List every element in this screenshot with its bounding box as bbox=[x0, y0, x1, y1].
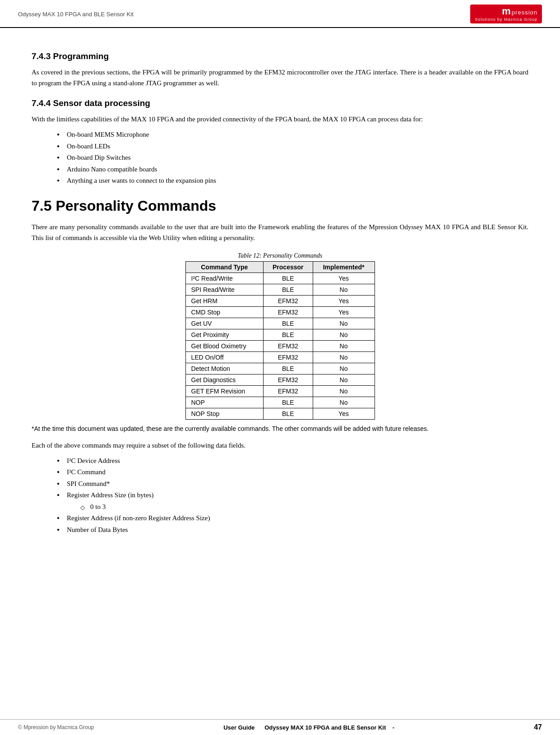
footer-center: User Guide Odyssey MAX 10 FPGA and BLE S… bbox=[94, 724, 524, 731]
heading-7-4-4: 7.4.4 Sensor data processing bbox=[32, 98, 528, 108]
field-item: Number of Data Bytes bbox=[59, 524, 528, 536]
field-item: Register Address (if non-zero Register A… bbox=[59, 513, 528, 524]
table-row: Get HRMEFM32Yes bbox=[185, 295, 375, 306]
page-header: Odyssey MAX 10 FPGA and BLE Sensor Kit m… bbox=[0, 0, 560, 28]
list-item: On-board MEMS Microphone bbox=[59, 129, 528, 141]
table-cell: NOP bbox=[185, 397, 263, 408]
sub-field-item: 0 to 3 bbox=[80, 501, 528, 513]
table-cell: I²C Read/Write bbox=[185, 273, 263, 284]
col-header-implemented: Implemented* bbox=[313, 261, 375, 273]
table-cell: Get Diagnostics bbox=[185, 374, 263, 385]
field-item: I²C Device Address bbox=[59, 455, 528, 467]
table-cell: Get UV bbox=[185, 318, 263, 329]
table-cell: BLE bbox=[263, 284, 313, 295]
table-cell: NOP Stop bbox=[185, 408, 263, 419]
commands-table: Command Type Processor Implemented* I²C … bbox=[185, 261, 375, 420]
table-footnote: *At the time this document was updated, … bbox=[32, 424, 528, 434]
table-row: Get ProximityBLENo bbox=[185, 329, 375, 340]
heading-7-5: 7.5 Personality Commands bbox=[32, 198, 528, 214]
table-cell: No bbox=[313, 385, 375, 397]
table-cell: BLE bbox=[263, 408, 313, 419]
table-row: SPI Read/WriteBLENo bbox=[185, 284, 375, 295]
list-item: On-board LEDs bbox=[59, 141, 528, 153]
field-item: I²C Command bbox=[59, 467, 528, 478]
table-cell: No bbox=[313, 329, 375, 340]
list-item: On-board Dip Switches bbox=[59, 152, 528, 164]
table-cell: No bbox=[313, 363, 375, 374]
table-row: Get Blood OximetryEFM32No bbox=[185, 340, 375, 351]
table-cell: No bbox=[313, 340, 375, 351]
table-cell: BLE bbox=[263, 318, 313, 329]
table-cell: No bbox=[313, 374, 375, 385]
table-row: CMD StopEFM32Yes bbox=[185, 306, 375, 318]
table-cell: Detect Motion bbox=[185, 363, 263, 374]
table-row: Get UVBLENo bbox=[185, 318, 375, 329]
table-row: Detect MotionBLENo bbox=[185, 363, 375, 374]
list-item: Arduino Nano compatible boards bbox=[59, 164, 528, 176]
table-row: I²C Read/WriteBLEYes bbox=[185, 273, 375, 284]
intro-7-4-4: With the limitless capabilities of the M… bbox=[32, 114, 528, 125]
table-cell: EFM32 bbox=[263, 306, 313, 318]
footer-page-number: 47 bbox=[524, 723, 542, 731]
logo-area: mpression Solutions by Macnica Group bbox=[470, 5, 542, 23]
fields-intro: Each of the above commands may require a… bbox=[32, 440, 528, 451]
table-cell: GET EFM Revision bbox=[185, 385, 263, 397]
table-cell: No bbox=[313, 397, 375, 408]
table-cell: Yes bbox=[313, 295, 375, 306]
logo-main-text: mpression bbox=[502, 6, 537, 16]
footer-copyright: © Mpression by Macnica Group bbox=[18, 724, 94, 730]
body-7-4-3: As covered in the previous sections, the… bbox=[32, 67, 528, 88]
table-cell: BLE bbox=[263, 397, 313, 408]
table-cell: BLE bbox=[263, 329, 313, 340]
table-cell: No bbox=[313, 351, 375, 363]
table-row: NOPBLENo bbox=[185, 397, 375, 408]
table-cell: Yes bbox=[313, 273, 375, 284]
table-cell: BLE bbox=[263, 363, 313, 374]
table-cell: Yes bbox=[313, 306, 375, 318]
table-cell: Get HRM bbox=[185, 295, 263, 306]
header-title: Odyssey MAX 10 FPGA and BLE Sensor Kit bbox=[18, 11, 134, 18]
sub-fields-list: 0 to 3 bbox=[80, 501, 528, 513]
table-cell: CMD Stop bbox=[185, 306, 263, 318]
table-cell: Yes bbox=[313, 408, 375, 419]
fields-list: I²C Device Address I²C Command SPI Comma… bbox=[59, 455, 528, 536]
table-cell: EFM32 bbox=[263, 351, 313, 363]
table-row: LED On/OffEFM32No bbox=[185, 351, 375, 363]
table-cell: Get Blood Oximetry bbox=[185, 340, 263, 351]
field-item: Register Address Size (in bytes) 0 to 3 bbox=[59, 490, 528, 513]
table-caption: Table 12: Personality Commands bbox=[32, 252, 528, 259]
main-content: 7.4.3 Programming As covered in the prev… bbox=[0, 28, 560, 576]
logo-box: mpression Solutions by Macnica Group bbox=[470, 5, 542, 23]
table-cell: EFM32 bbox=[263, 385, 313, 397]
table-cell: LED On/Off bbox=[185, 351, 263, 363]
list-item: Anything a user wants to connect to the … bbox=[59, 175, 528, 187]
table-row: GET EFM RevisionEFM32No bbox=[185, 385, 375, 397]
table-cell: Get Proximity bbox=[185, 329, 263, 340]
body-7-5: There are many personality commands avai… bbox=[32, 222, 528, 243]
table-cell: EFM32 bbox=[263, 295, 313, 306]
logo-sub-text: Solutions by Macnica Group bbox=[475, 17, 537, 22]
table-cell: SPI Read/Write bbox=[185, 284, 263, 295]
col-header-command: Command Type bbox=[185, 261, 263, 273]
table-header-row: Command Type Processor Implemented* bbox=[185, 261, 375, 273]
col-header-processor: Processor bbox=[263, 261, 313, 273]
heading-7-4-3: 7.4.3 Programming bbox=[32, 51, 528, 61]
table-cell: EFM32 bbox=[263, 374, 313, 385]
list-7-4-4: On-board MEMS Microphone On-board LEDs O… bbox=[59, 129, 528, 187]
table-cell: No bbox=[313, 318, 375, 329]
page-footer: © Mpression by Macnica Group User Guide … bbox=[0, 719, 560, 735]
table-cell: No bbox=[313, 284, 375, 295]
table-cell: EFM32 bbox=[263, 340, 313, 351]
table-cell: BLE bbox=[263, 273, 313, 284]
field-item: SPI Command* bbox=[59, 478, 528, 490]
table-row: Get DiagnosticsEFM32No bbox=[185, 374, 375, 385]
table-row: NOP StopBLEYes bbox=[185, 408, 375, 419]
